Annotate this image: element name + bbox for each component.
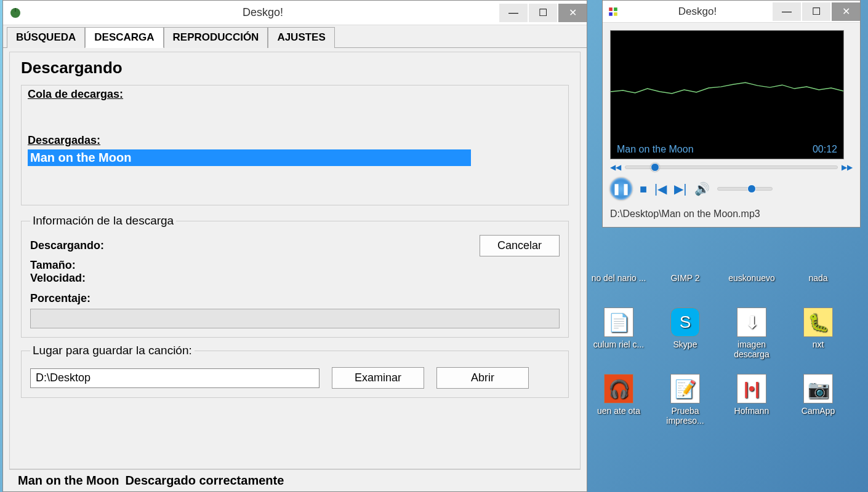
svg-rect-1: [15, 8, 16, 12]
list-item[interactable]: Man on the Moon: [28, 149, 471, 166]
desktop-icon[interactable]: 📷CamApp: [790, 374, 846, 426]
desktop-icon[interactable]: SSkype: [657, 308, 713, 359]
queue-label: Cola de decargas:: [28, 88, 123, 101]
previous-button[interactable]: |◀: [654, 181, 667, 196]
player-window-title: Deskgo!: [624, 6, 771, 18]
desktop-icon[interactable]: |•|Hofmann: [724, 374, 779, 426]
seek-knob[interactable]: [651, 163, 659, 172]
queue-list[interactable]: [28, 103, 562, 134]
page-heading: Descargando: [21, 58, 569, 77]
window-title: Deskgo!: [28, 6, 498, 19]
desktop-icon[interactable]: ⬇imagen descarga: [724, 308, 779, 359]
playback-time: 00:12: [813, 144, 837, 155]
status-message: Descargado correctamente: [125, 474, 284, 488]
volume-knob[interactable]: [747, 184, 756, 193]
desktop-icon[interactable]: 🎧uen ate ota: [591, 374, 646, 426]
minimize-button[interactable]: —: [499, 4, 528, 22]
rewind-icon[interactable]: ◀◀: [610, 163, 621, 172]
volume-slider[interactable]: [717, 187, 773, 191]
percent-label: Porcentaje:: [30, 292, 560, 305]
player-maximize-button[interactable]: ☐: [802, 2, 830, 21]
progress-bar: [30, 309, 560, 328]
tab-ajustes[interactable]: AJUSTES: [268, 27, 334, 48]
desktop-icon[interactable]: vn: [857, 374, 868, 426]
player-minimize-button[interactable]: —: [773, 2, 801, 21]
svg-rect-3: [614, 7, 617, 11]
desktop-icon[interactable]: P1020: [857, 308, 868, 359]
player-titlebar[interactable]: Deskgo! — ☐ ✕: [603, 1, 860, 23]
player-app-icon: [608, 6, 619, 17]
downloaded-list[interactable]: Man on the Moon: [28, 149, 562, 199]
visualizer: Man on the Moon 00:12: [610, 30, 844, 159]
speed-label: Velocidad:: [30, 272, 560, 285]
seek-bar[interactable]: [625, 165, 838, 169]
desktop-icon[interactable]: 📄culum riel c...: [591, 308, 646, 359]
save-path-input[interactable]: [30, 368, 319, 388]
now-playing-label: Man on the Moon: [617, 144, 694, 155]
next-button[interactable]: ▶|: [674, 181, 686, 196]
close-button[interactable]: ✕: [558, 4, 587, 22]
cancel-button[interactable]: Cancelar: [480, 235, 560, 256]
app-icon: [8, 6, 23, 20]
titlebar[interactable]: Deskgo! — ☐ ✕: [3, 1, 587, 25]
tab-busqueda[interactable]: BÚSQUEDA: [7, 27, 85, 48]
browse-button[interactable]: Examinar: [332, 367, 424, 389]
queue-section: Cola de decargas: Descargadas: Man on th…: [21, 85, 569, 205]
downloaded-label: Descargadas:: [28, 134, 100, 147]
player-window: Deskgo! — ☐ ✕ Man on the Moon 00:12 ◀◀ ▶…: [602, 0, 861, 228]
tab-reproduccion[interactable]: REPRODUCCIÓN: [164, 27, 268, 48]
maximize-button[interactable]: ☐: [529, 4, 557, 22]
tab-bar: BÚSQUEDA DESCARGA REPRODUCCIÓN AJUSTES: [3, 26, 587, 48]
save-location-section: Lugar para guardar la canción: Examinar …: [21, 344, 569, 398]
info-legend: Información de la descarga: [30, 214, 176, 228]
tab-descarga[interactable]: DESCARGA: [85, 27, 163, 48]
save-legend: Lugar para guardar la canción:: [30, 344, 195, 357]
content-area: Descargando Cola de decargas: Descargada…: [3, 48, 587, 491]
window-controls: — ☐ ✕: [498, 4, 587, 22]
size-label: Tamaño:: [30, 259, 560, 272]
pause-button[interactable]: ❚❚: [610, 178, 632, 200]
file-path-label: D:\Desktop\Man on the Moon.mp3: [610, 208, 853, 220]
svg-rect-2: [609, 7, 613, 11]
player-controls: ❚❚ ■ |◀ ▶| 🔊: [610, 178, 853, 200]
desktop-icon[interactable]: 🐛nxt: [790, 308, 846, 359]
stop-button[interactable]: ■: [640, 182, 647, 196]
status-bar: Man on the Moon Descargado correctamente: [9, 469, 581, 491]
download-info-section: Información de la descarga Descargando: …: [21, 214, 569, 338]
svg-rect-4: [609, 12, 613, 16]
main-window: Deskgo! — ☐ ✕ BÚSQUEDA DESCARGA REPRODUC…: [2, 0, 587, 492]
downloading-label: Descargando:: [30, 239, 104, 252]
desktop-icon[interactable]: 📝Prueba impreso...: [657, 374, 713, 426]
status-song: Man on the Moon: [18, 474, 119, 488]
desktop-top-labels: no del nario ... GIMP 2 euskonuevo nada …: [591, 273, 868, 283]
fast-forward-icon[interactable]: ▶▶: [842, 163, 853, 172]
player-close-button[interactable]: ✕: [832, 2, 860, 21]
desktop-icons: 📄culum riel c... SSkype ⬇imagen descarga…: [591, 308, 868, 426]
open-button[interactable]: Abrir: [436, 367, 529, 389]
svg-rect-5: [614, 12, 617, 16]
volume-icon[interactable]: 🔊: [694, 181, 710, 196]
